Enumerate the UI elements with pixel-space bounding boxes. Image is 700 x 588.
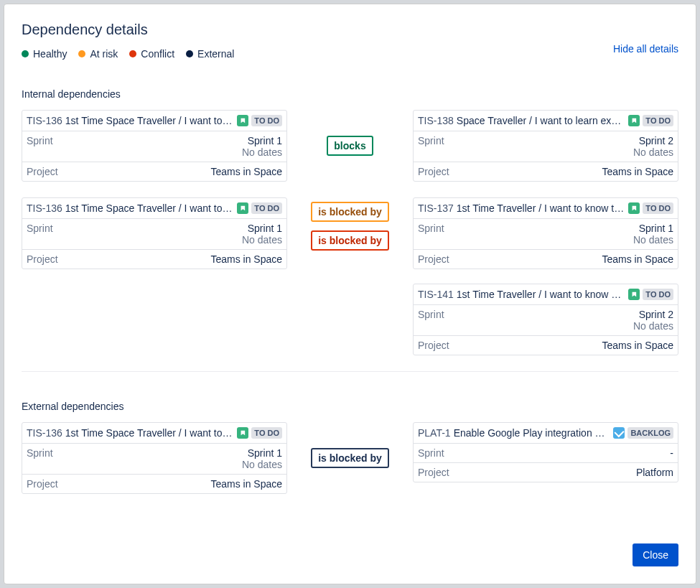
sprint-name: Sprint 1 [248, 447, 282, 459]
right-column: TIS-137 1st Time Traveller / I want to k… [413, 197, 678, 355]
relation-badge-blocks: blocks [327, 136, 373, 156]
project-value: Teams in Space [210, 253, 282, 265]
story-icon [237, 115, 248, 126]
sprint-value: Sprint 2 No dates [633, 135, 673, 158]
sprint-name: Sprint 2 [639, 135, 673, 146]
internal-section-title: Internal dependencies [22, 88, 678, 100]
issue-card-left[interactable]: TIS-136 1st Time Space Traveller / I wan… [22, 422, 287, 494]
project-label: Project [27, 166, 58, 177]
card-body: Sprint Sprint 2 No dates Project Teams i… [414, 131, 678, 181]
sprint-dates: No dates [633, 146, 673, 158]
close-button[interactable]: Close [633, 543, 678, 566]
sprint-row: Sprint Sprint 1 No dates [22, 219, 286, 250]
task-icon [613, 427, 625, 439]
story-icon [237, 427, 248, 439]
external-section-title: External dependencies [22, 401, 678, 412]
project-row: Project Platform [414, 463, 678, 482]
dependency-details-modal: Dependency details Healthy At risk Confl… [4, 4, 696, 584]
project-label: Project [27, 478, 58, 490]
issue-title: 1st Time Space Traveller / I want to… [65, 115, 235, 126]
left-column: TIS-136 1st Time Space Traveller / I wan… [22, 197, 287, 269]
sprint-dates: No dates [242, 234, 282, 246]
issue-title: 1st Time Traveller / I want to know t… [457, 202, 626, 214]
connector: blocks [287, 131, 413, 160]
issue-card-right[interactable]: TIS-141 1st Time Traveller / I want to k… [413, 284, 678, 355]
sprint-value: Sprint 1 No dates [633, 223, 673, 246]
section-divider [22, 371, 678, 372]
issue-card-left[interactable]: TIS-136 1st Time Space Traveller / I wan… [22, 197, 287, 269]
sprint-label: Sprint [418, 309, 444, 332]
issue-title: 1st Time Traveller / I want to know … [457, 289, 626, 300]
card-body: Sprint Sprint 1 No dates Project Teams i… [414, 219, 678, 269]
issue-key[interactable]: TIS-136 [27, 115, 62, 126]
project-value: Teams in Space [602, 166, 673, 177]
card-body: Sprint Sprint 1 No dates Project Teams i… [22, 444, 286, 493]
sprint-value: Sprint 1 No dates [242, 447, 282, 470]
project-label: Project [27, 253, 58, 265]
issue-card-right[interactable]: PLAT-1 Enable Google Play integration w…… [413, 422, 678, 482]
issue-card-right[interactable]: TIS-137 1st Time Traveller / I want to k… [413, 197, 678, 269]
legend-healthy-label: Healthy [33, 48, 67, 60]
dot-at-risk-icon [78, 50, 85, 57]
legend-external-label: External [197, 48, 234, 60]
dot-conflict-icon [129, 50, 136, 57]
issue-key[interactable]: TIS-141 [418, 289, 454, 300]
header-left: Dependency details Healthy At risk Confl… [22, 22, 234, 60]
legend-external: External [186, 48, 234, 60]
card-header: TIS-136 1st Time Space Traveller / I wan… [22, 423, 286, 444]
story-icon [237, 202, 248, 214]
issue-key[interactable]: PLAT-1 [418, 427, 451, 439]
sprint-value: Sprint 1 No dates [242, 223, 282, 246]
connector: is blocked by [287, 197, 413, 226]
story-icon [628, 202, 640, 214]
status-lozenge: TO DO [251, 202, 282, 214]
sprint-label: Sprint [418, 447, 444, 459]
card-header: TIS-138 Space Traveller / I want to lear… [414, 111, 678, 131]
card-body: Sprint Sprint 1 No dates Project Teams i… [22, 131, 286, 181]
card-header: TIS-137 1st Time Traveller / I want to k… [414, 198, 678, 219]
status-lozenge: BACKLOG [627, 427, 673, 439]
issue-card-left[interactable]: TIS-136 1st Time Space Traveller / I wan… [22, 110, 287, 182]
issue-key[interactable]: TIS-136 [27, 202, 62, 214]
card-body: Sprint Sprint 1 No dates Project Teams i… [22, 219, 286, 269]
modal-footer: Close [22, 532, 678, 566]
project-value: Teams in Space [210, 166, 282, 177]
project-row: Project Teams in Space [414, 162, 678, 181]
relation-badge-is-blocked-by: is blocked by [311, 448, 389, 468]
legend-at-risk: At risk [78, 48, 118, 60]
project-label: Project [418, 340, 449, 351]
card-body: Sprint - Project Platform [414, 444, 678, 482]
sprint-dates: No dates [633, 234, 673, 246]
issue-title: 1st Time Space Traveller / I want to… [65, 427, 235, 439]
legend-conflict-label: Conflict [141, 48, 174, 60]
project-value: Platform [636, 467, 673, 478]
sprint-dates: No dates [633, 320, 673, 332]
status-lozenge: TO DO [643, 289, 673, 300]
hide-all-details-link[interactable]: Hide all details [613, 43, 678, 55]
project-row: Project Teams in Space [22, 475, 286, 493]
legend: Healthy At risk Conflict External [22, 48, 234, 60]
connector: is blocked by [287, 444, 413, 472]
sprint-name: Sprint 1 [639, 223, 673, 234]
legend-conflict: Conflict [129, 48, 174, 60]
issue-card-right[interactable]: TIS-138 Space Traveller / I want to lear… [413, 110, 678, 182]
sprint-label: Sprint [27, 447, 53, 470]
dependency-row: TIS-136 1st Time Space Traveller / I wan… [22, 422, 678, 494]
sprint-row: Sprint Sprint 1 No dates [22, 131, 286, 162]
status-lozenge: TO DO [643, 202, 673, 214]
connector-column: is blocked by is blocked by [287, 197, 413, 255]
dot-external-icon [186, 50, 193, 57]
project-row: Project Teams in Space [414, 250, 678, 269]
modal-title: Dependency details [22, 22, 234, 38]
project-label: Project [418, 467, 449, 478]
sprint-value: Sprint 2 No dates [633, 309, 673, 332]
status-lozenge: TO DO [251, 427, 282, 439]
issue-key[interactable]: TIS-136 [27, 427, 62, 439]
issue-key[interactable]: TIS-137 [418, 202, 454, 214]
sprint-label: Sprint [27, 135, 53, 158]
project-value: Teams in Space [602, 340, 673, 351]
issue-key[interactable]: TIS-138 [418, 115, 454, 126]
project-value: Teams in Space [602, 253, 673, 265]
card-header: TIS-136 1st Time Space Traveller / I wan… [22, 198, 286, 219]
sprint-dates: No dates [242, 146, 282, 158]
